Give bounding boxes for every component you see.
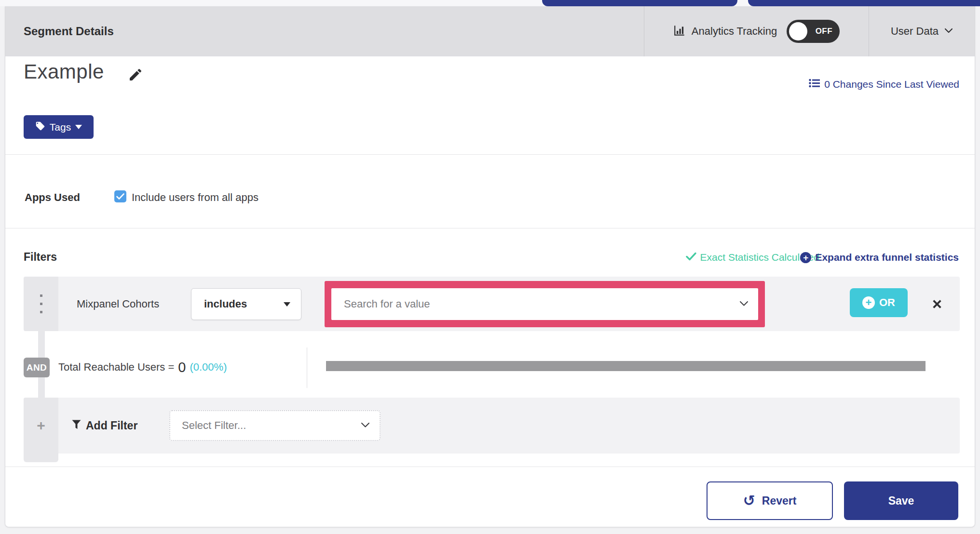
check-icon xyxy=(686,252,696,263)
filter-row: Mixpanel Cohorts includes + OR xyxy=(24,277,960,331)
footer-actions: ↺ Revert Save xyxy=(5,467,975,527)
drag-handle[interactable] xyxy=(24,277,58,331)
funnel-icon xyxy=(72,420,81,431)
operator-dropdown[interactable]: includes xyxy=(191,288,301,320)
analytics-tracking-section: Analytics Tracking OFF xyxy=(644,6,869,56)
expand-funnel-statistics-link[interactable]: + Expand extra funnel statistics xyxy=(800,252,959,263)
edit-pencil-icon[interactable] xyxy=(128,67,143,82)
revert-button-label: Revert xyxy=(762,494,797,507)
total-reachable-users: Total Reachable Users = 0 (0.00%) xyxy=(58,354,227,381)
revert-button[interactable]: ↺ Revert xyxy=(707,481,833,520)
chevron-down-icon xyxy=(361,421,370,430)
caret-down-icon xyxy=(284,302,290,307)
add-or-condition-button[interactable]: + OR xyxy=(850,288,908,317)
drag-dot xyxy=(40,311,42,313)
or-button-label: OR xyxy=(879,296,895,309)
segment-title-block: Example 0 Changes Since Last Viewed Tags xyxy=(5,56,975,155)
filters-section: Filters Exact Statistics Calculated + Ex… xyxy=(5,228,975,467)
toggle-state-label: OFF xyxy=(816,20,833,43)
remove-filter-icon[interactable] xyxy=(928,277,946,331)
changes-list-icon xyxy=(809,79,820,90)
chevron-down-icon xyxy=(944,27,953,36)
revert-undo-icon: ↺ xyxy=(743,494,755,508)
add-filter-column-tab xyxy=(24,454,58,462)
user-data-dropdown[interactable]: User Data xyxy=(869,6,975,56)
select-filter-dropdown[interactable] xyxy=(169,410,381,441)
include-all-apps-checkbox[interactable] xyxy=(114,190,126,202)
apps-used-label: Apps Used xyxy=(25,191,80,204)
filters-heading: Filters xyxy=(24,251,57,264)
changes-link-label: 0 Changes Since Last Viewed xyxy=(824,79,959,90)
expand-funnel-label: Expand extra funnel statistics xyxy=(815,252,959,263)
top-tab-pill-left[interactable] xyxy=(542,0,737,6)
changes-since-last-viewed-link[interactable]: 0 Changes Since Last Viewed xyxy=(809,79,959,90)
operator-value: includes xyxy=(204,298,284,310)
filter-field-name: Mixpanel Cohorts xyxy=(77,277,159,331)
and-badge: AND xyxy=(24,358,50,377)
chevron-down-icon xyxy=(739,300,749,308)
plus-circle-icon: + xyxy=(800,252,811,263)
add-filter-label: Add Filter xyxy=(86,419,137,432)
check-icon xyxy=(116,193,124,200)
reachable-users-percent: (0.00%) xyxy=(190,361,227,374)
value-search-dropdown[interactable] xyxy=(331,288,758,320)
top-tab-pill-right[interactable] xyxy=(748,0,980,6)
user-data-label: User Data xyxy=(891,25,939,38)
add-filter-label-group: Add Filter xyxy=(72,398,137,454)
bar-chart-icon xyxy=(673,24,686,39)
save-button[interactable]: Save xyxy=(844,481,958,520)
card-header: Segment Details Analytics Tracking OFF U… xyxy=(5,6,975,56)
add-filter-row: + Add Filter xyxy=(24,398,960,454)
reachable-users-bar xyxy=(326,361,926,371)
tags-button[interactable]: Tags xyxy=(24,115,94,139)
vertical-divider xyxy=(307,347,307,388)
add-filter-plus-handle[interactable]: + xyxy=(24,398,58,454)
analytics-tracking-label: Analytics Tracking xyxy=(692,25,777,38)
save-button-label: Save xyxy=(888,494,914,507)
page-top-strip xyxy=(0,0,980,6)
segment-details-card: Segment Details Analytics Tracking OFF U… xyxy=(5,6,975,527)
segment-name: Example xyxy=(24,60,104,83)
include-all-apps-label: Include users from all apps xyxy=(132,191,259,204)
analytics-tracking-toggle[interactable]: OFF xyxy=(787,20,840,43)
caret-down-icon xyxy=(75,125,82,129)
toggle-knob xyxy=(789,22,807,40)
reachable-users-label: Total Reachable Users = xyxy=(58,361,174,374)
tag-icon xyxy=(35,121,45,134)
reachable-users-count: 0 xyxy=(178,360,186,375)
tags-button-label: Tags xyxy=(50,121,71,133)
plus-circle-icon: + xyxy=(862,296,875,309)
exact-statistics-status: Exact Statistics Calculated xyxy=(686,252,819,263)
apps-used-section: Apps Used Include users from all apps xyxy=(5,155,975,228)
value-search-input[interactable] xyxy=(344,298,739,310)
select-filter-input[interactable] xyxy=(182,419,361,432)
drag-dot xyxy=(40,294,42,297)
page-title: Segment Details xyxy=(5,6,644,56)
highlight-outline xyxy=(325,281,765,327)
drag-dot xyxy=(40,303,42,305)
